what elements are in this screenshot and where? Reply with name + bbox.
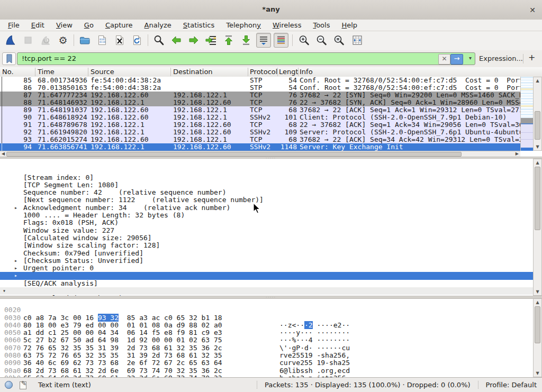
detail-line[interactable]: Window size value: 227 [0, 212, 542, 219]
menu-item[interactable]: View [50, 20, 78, 31]
details-vertical-scrollbar[interactable]: ▲ ▼ [533, 159, 542, 296]
detail-line[interactable]: ▾ SSH Protocol [0, 287, 542, 295]
display-filter-input[interactable]: !tcp.port == 22 ✕ → ▾ [17, 52, 475, 65]
filter-apply-icon[interactable]: → [450, 54, 463, 65]
stop-capture-button[interactable] [21, 33, 35, 48]
column-header-time[interactable]: Time [38, 68, 55, 76]
hex-row[interactable]: 0030 80 18 00 e3 79 ed 00 00 01 01 08 0a… [0, 306, 542, 314]
menu-item[interactable]: Go [78, 20, 100, 31]
menu-item[interactable]: Edit [25, 20, 50, 31]
packet-row[interactable]: 93 71.662015274 192.168.122.60 192.168.1… [0, 136, 520, 143]
find-packet-button[interactable] [151, 33, 166, 48]
hex-row[interactable]: 00b0 38 34 2c 65 63 64 68 2d 73 68 61 32… [0, 367, 542, 375]
expander-icon[interactable]: ▸ [14, 272, 17, 279]
menu-item[interactable]: Tools [307, 20, 336, 31]
detail-line[interactable]: Acknowledgment number: 34 (relative ack … [0, 189, 542, 196]
auto-scroll-button[interactable] [256, 33, 271, 48]
go-back-button[interactable] [169, 33, 184, 48]
packet-row[interactable]: 94 71.663856741 192.168.122.1 192.168.12… [0, 143, 520, 151]
restart-capture-button[interactable] [38, 33, 53, 48]
packet-row[interactable]: 88 71.648146932 192.168.122.1 192.168.12… [0, 99, 520, 106]
scroll-down-icon[interactable]: ▼ [534, 289, 541, 294]
add-filter-button[interactable]: + [528, 52, 535, 62]
chevron-down-icon[interactable]: ▾ [469, 55, 472, 61]
resize-columns-button[interactable] [350, 33, 365, 48]
menu-item[interactable]: Capture [100, 20, 139, 31]
go-forward-button[interactable] [186, 33, 201, 48]
detail-line[interactable]: TCP payload (1080 bytes) [0, 280, 542, 287]
hex-row[interactable]: 00a0 65 63 64 68 2d 73 68 61 32 2d 6e 69… [0, 359, 542, 367]
packet-list-vertical-scrollbar[interactable]: ▲ ▼ [533, 77, 542, 151]
expander-icon[interactable]: ▸ [14, 265, 17, 272]
save-file-button[interactable]: 01010110 [95, 33, 110, 48]
detail-line[interactable]: [Calculated window size: 29056] [0, 219, 542, 226]
scroll-thumb[interactable] [6, 152, 462, 157]
column-header-info[interactable]: Info [300, 68, 313, 76]
packet-row[interactable]: 86 70.013850163 fe:54:00:d4:38:2a STP 54… [0, 84, 520, 92]
zoom-normal-button[interactable] [331, 33, 346, 48]
reload-file-button[interactable] [130, 33, 144, 48]
column-header-length[interactable]: Length [279, 68, 298, 76]
scroll-left-icon[interactable]: ◀ [2, 151, 5, 157]
scroll-down-icon[interactable]: ▼ [534, 144, 541, 149]
packet-row[interactable]: 90 71.648618924 192.168.122.60 192.168.1… [0, 114, 520, 121]
column-header-source[interactable]: Source [91, 68, 114, 76]
hex-row[interactable]: 0080 36 40 6c 69 62 73 73 68 2e 6f 72 67… [0, 344, 542, 352]
hex-row[interactable]: 0060 72 76 65 32 35 35 31 39 2d 73 68 61… [0, 329, 542, 336]
start-capture-button[interactable] [3, 33, 18, 48]
profile-selector[interactable]: Profile: Default [478, 381, 542, 389]
hex-row[interactable]: 0040 a1 dd c1 25 00 00 04 34 06 14 f5 e8… [0, 314, 542, 322]
packet-list-horizontal-scrollbar[interactable]: ◀ ▶ [0, 151, 520, 157]
zoom-out-button[interactable] [314, 33, 329, 48]
detail-line[interactable]: Sequence number: 42 (relative sequence n… [0, 174, 542, 181]
menu-item[interactable]: Analyze [139, 20, 177, 31]
packet-list-header[interactable]: No. Time Source Destination Protocol Len… [0, 67, 542, 77]
go-to-packet-button[interactable] [204, 33, 219, 48]
colorize-packets-button[interactable] [274, 33, 288, 48]
expander-icon[interactable]: ▸ [11, 295, 14, 296]
scroll-right-icon[interactable]: ▶ [516, 151, 519, 157]
scroll-thumb[interactable] [535, 167, 540, 230]
detail-line[interactable]: [Stream index: 0] [0, 159, 542, 166]
detail-line[interactable]: Checksum: 0x79ed [unverified] [0, 234, 542, 242]
packet-row[interactable]: 92 71.661949820 192.168.122.1 192.168.12… [0, 129, 520, 136]
zoom-in-button[interactable] [296, 33, 311, 48]
capture-options-button[interactable]: ⚙ [56, 33, 70, 48]
column-header-protocol[interactable]: Protocol [250, 68, 277, 76]
scroll-up-icon[interactable]: ▲ [534, 160, 541, 165]
detail-line[interactable]: [Checksum Status: Unverified] [0, 242, 542, 249]
filter-clear-icon[interactable]: ✕ [438, 54, 450, 65]
detail-line[interactable]: [Next sequence number: 1122 (relative se… [0, 181, 542, 189]
detail-line[interactable]: ▸ [SEQ/ACK analysis] [0, 265, 542, 272]
scroll-thumb[interactable] [535, 306, 540, 343]
scroll-down-icon[interactable]: ▼ [534, 371, 541, 376]
capture-comment-icon[interactable]: ✎ [19, 381, 28, 389]
open-file-button[interactable] [77, 33, 92, 48]
hex-row[interactable]: 0070 63 75 72 76 65 32 35 35 31 39 2d 73… [0, 336, 542, 344]
expander-icon[interactable]: ▸ [14, 257, 17, 265]
packet-row[interactable]: 85 68.001734936 fe:54:00:d4:38:2a STP 54… [0, 77, 520, 84]
hex-row[interactable]: 0020 c0 a8 7a 3c 00 16 93 32 85 a3 ac c0… [0, 299, 542, 306]
scroll-up-icon[interactable]: ▲ [534, 300, 541, 305]
close-icon[interactable]: ✕ [527, 5, 538, 15]
menu-item[interactable]: Help [336, 20, 363, 31]
expert-info-icon[interactable] [5, 381, 13, 389]
go-to-top-button[interactable] [221, 33, 236, 48]
column-header-no[interactable]: No. [2, 68, 14, 76]
hex-row[interactable]: 0050 5c 27 b2 67 50 ad 64 98 1d 92 00 00… [0, 322, 542, 329]
filter-bookmark-button[interactable] [2, 52, 16, 65]
menu-item[interactable]: Telephony [220, 20, 267, 31]
go-to-bottom-button[interactable] [239, 33, 254, 48]
detail-line[interactable]: ▸ [Timestamps] [0, 272, 542, 279]
hex-row[interactable]: 0090 68 2d 73 68 61 32 2d 6e 69 73 74 70… [0, 352, 542, 359]
close-file-button[interactable] [112, 33, 127, 48]
menu-item[interactable]: Statistics [177, 20, 220, 31]
detail-line[interactable]: 1000 .... = Header Length: 32 bytes (8) [0, 196, 542, 204]
detail-line[interactable]: [TCP Segment Len: 1080] [0, 166, 542, 174]
menu-item[interactable]: Wireless [267, 20, 307, 31]
detail-line[interactable]: ▸ Options: (12 bytes), No-Operation (NOP… [0, 257, 542, 265]
titlebar[interactable]: *any ✕ [0, 0, 542, 20]
expander-icon[interactable]: ▸ [14, 204, 17, 212]
detail-line[interactable]: [Window size scaling factor: 128] [0, 227, 542, 234]
detail-line[interactable]: ▸ SSH Version 2 (encryption:chacha20-pol… [0, 295, 542, 296]
